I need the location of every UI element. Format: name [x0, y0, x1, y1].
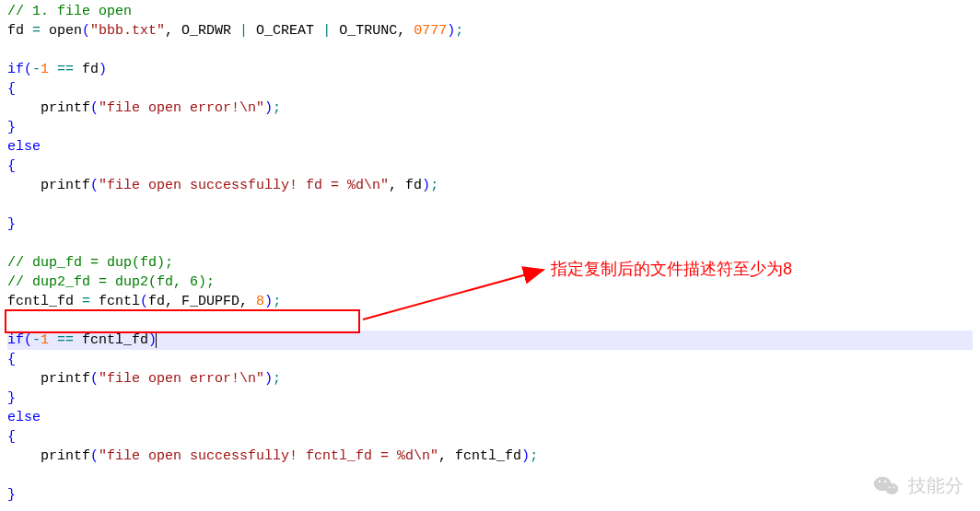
svg-point-7 [893, 486, 895, 488]
code-line-current: if(-1 == fcntl_fd) [7, 331, 973, 350]
code-line: printf("file open error!\n"); [7, 99, 973, 118]
code-line: printf("file open successfully! fcntl_fd… [7, 447, 973, 466]
code-line: fcntl_fd = fcntl(fd, F_DUPFD, 8); [7, 292, 973, 311]
code-line: fd = open("bbb.txt", O_RDWR | O_CREAT | … [7, 21, 973, 41]
code-line: { [7, 157, 973, 176]
code-line: // 1. file open [7, 2, 973, 21]
svg-point-3 [885, 483, 898, 494]
code-line: } [7, 485, 973, 505]
code-line: // dup2_fd = dup2(fd, 6); [7, 273, 973, 292]
svg-point-4 [879, 481, 881, 482]
code-line: printf("file open successfully! fd = %d\… [7, 176, 973, 195]
code-line: printf("file open error!\n"); [7, 369, 973, 389]
code-line: // dup_fd = dup(fd); [7, 253, 973, 273]
wechat-icon [873, 474, 899, 496]
code-line-blank [7, 466, 973, 485]
code-line-blank [7, 311, 973, 331]
code-line: { [7, 427, 973, 447]
watermark: 技能分 [873, 472, 963, 498]
code-line: else [7, 408, 973, 427]
code-line: { [7, 79, 973, 99]
code-line: { [7, 350, 973, 369]
text-cursor [156, 333, 157, 348]
code-line: else [7, 137, 973, 157]
code-line-blank [7, 41, 973, 60]
svg-point-6 [889, 486, 891, 488]
svg-point-5 [884, 481, 886, 482]
code-line: if(-1 == fd) [7, 60, 973, 79]
code-line: } [7, 215, 973, 234]
code-line-blank [7, 234, 973, 253]
code-line: } [7, 118, 973, 137]
comment-text: // 1. file open [7, 4, 132, 19]
code-line-blank [7, 195, 973, 215]
code-block: // 1. file open fd = open("bbb.txt", O_R… [0, 0, 980, 506]
code-line: } [7, 389, 973, 408]
watermark-text: 技能分 [908, 472, 963, 498]
